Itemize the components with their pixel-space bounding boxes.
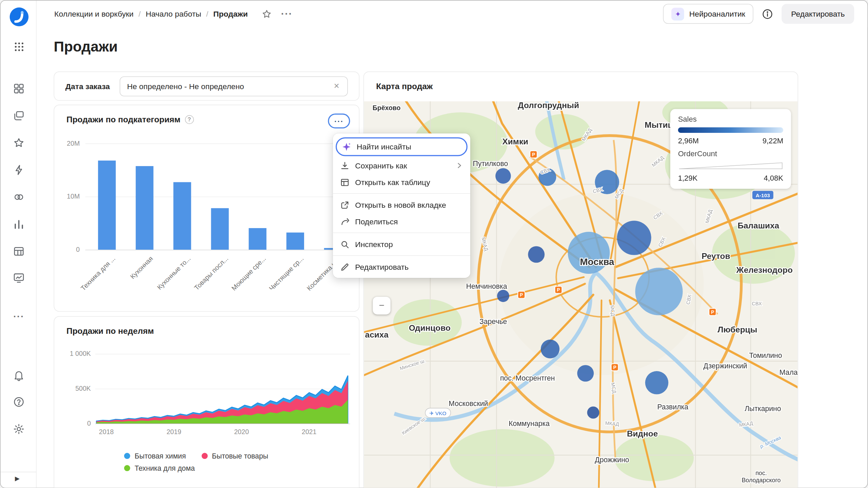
top-bar: Коллекции и воркбуки / Начало работы / П… xyxy=(37,1,867,27)
svg-text:Р: Р xyxy=(613,365,616,370)
legend-item[interactable]: Техника для дома xyxy=(124,464,195,472)
map-city-label: Одинцово xyxy=(409,323,451,332)
breadcrumb-more-icon[interactable]: ··· xyxy=(281,11,293,17)
sales-bubble[interactable] xyxy=(617,221,651,255)
sparkle-icon: ✦ xyxy=(672,7,685,20)
bar[interactable] xyxy=(287,232,304,250)
menu-item[interactable]: Инспектор xyxy=(333,236,470,252)
map-city-label: пос. Мосрентген xyxy=(500,374,555,382)
bar[interactable] xyxy=(249,228,267,250)
breadcrumb-current: Продажи xyxy=(213,9,248,18)
map-city-label: Развилка xyxy=(657,403,688,411)
menu-item[interactable]: Редактировать xyxy=(333,259,470,275)
date-range-input[interactable]: Не определено - Не определено ✕ xyxy=(120,76,348,96)
sales-bubble[interactable] xyxy=(587,406,599,419)
monitoring-icon[interactable] xyxy=(12,271,26,285)
ordercount-legend-label: OrderCount xyxy=(678,149,783,158)
map-city-label: Малахов xyxy=(780,368,798,376)
settings-icon[interactable] xyxy=(12,422,26,436)
menu-item[interactable]: Сохранить как xyxy=(333,157,470,174)
clear-filter-icon[interactable]: ✕ xyxy=(332,82,340,90)
breadcrumb-getting-started[interactable]: Начало работы xyxy=(146,9,201,18)
legend-dot xyxy=(201,453,208,459)
bar[interactable] xyxy=(136,166,153,250)
map-city-label: Видное xyxy=(627,429,658,438)
bar[interactable] xyxy=(98,161,116,250)
chevron-right-icon xyxy=(455,162,463,169)
datalens-logo-icon[interactable] xyxy=(9,7,29,27)
map-city-label: Люберцы xyxy=(717,325,757,334)
menu-item-label: Инспектор xyxy=(355,240,463,248)
menu-item[interactable]: Открыть в новой вкладке xyxy=(333,197,470,213)
dashboards-icon[interactable] xyxy=(12,81,26,96)
map-legend: Sales 2,96М 9,22М OrderCount 1,29K 4,08K xyxy=(670,109,791,189)
zoom-out-button[interactable]: − xyxy=(373,297,390,314)
map-city-label: Железнодоро xyxy=(736,265,793,274)
neuro-analyst-button[interactable]: ✦ Нейроаналитик xyxy=(663,4,753,24)
sales-bubble[interactable] xyxy=(497,290,509,302)
legend-item[interactable]: Бытовые товары xyxy=(201,452,268,460)
edit-button[interactable]: Редактировать xyxy=(782,4,854,24)
svg-text:✈ VKO: ✈ VKO xyxy=(430,410,447,416)
weekly-area-svg xyxy=(95,354,350,424)
bar[interactable] xyxy=(211,208,229,250)
download-icon xyxy=(340,161,350,170)
connections-icon[interactable] xyxy=(12,190,26,204)
info-icon[interactable] xyxy=(762,8,773,20)
sales-legend-label: Sales xyxy=(678,115,783,124)
neuro-analyst-label: Нейроаналитик xyxy=(689,9,745,18)
notifications-icon[interactable] xyxy=(12,368,26,382)
legend-item[interactable]: Бытовая химия xyxy=(124,452,186,460)
pencil-icon xyxy=(340,262,350,272)
menu-divider xyxy=(333,193,470,194)
map-city-label: Заречье xyxy=(479,318,507,326)
sales-map-title: Карта продаж xyxy=(376,81,433,91)
favorite-star-icon[interactable] xyxy=(262,8,272,19)
map-city-label: Реутов xyxy=(702,251,730,261)
y-tick: 0 xyxy=(62,420,91,427)
context-menu-items: Найти инсайтыСохранить какОткрыть как та… xyxy=(333,137,470,275)
road-label: МКАД xyxy=(605,420,619,427)
sparkle-icon xyxy=(342,142,351,151)
sales-bubble[interactable] xyxy=(528,246,545,263)
sales-bubble[interactable] xyxy=(568,232,610,274)
sidebar-more-icon[interactable]: ··· xyxy=(12,309,26,324)
sales-bubble[interactable] xyxy=(577,365,594,382)
map-city-label: Путилково xyxy=(473,160,508,168)
x-axis-line xyxy=(95,424,350,424)
bar[interactable] xyxy=(173,182,191,249)
menu-divider xyxy=(333,232,470,233)
map-city-label: Лыткарино xyxy=(745,405,781,413)
menu-item-label: Открыть как таблицу xyxy=(355,178,463,186)
sidebar: ··· ▶ xyxy=(1,1,37,488)
expand-sidebar-icon[interactable]: ▶ xyxy=(15,475,20,482)
collections-icon[interactable] xyxy=(12,108,26,123)
charts-icon[interactable] xyxy=(12,217,26,231)
help-icon[interactable] xyxy=(12,395,26,409)
breadcrumb: Коллекции и воркбуки / Начало работы / П… xyxy=(54,8,293,19)
app-window: ··· ▶ Коллекции и воркбуки / xyxy=(0,0,868,488)
shortcuts-icon[interactable] xyxy=(12,163,26,177)
menu-item[interactable]: Найти инсайты xyxy=(336,137,468,156)
menu-item[interactable]: Открыть как таблицу xyxy=(333,174,470,190)
legend-dot xyxy=(124,465,130,471)
sales-bubble[interactable] xyxy=(645,371,668,394)
sales-bubble[interactable] xyxy=(541,340,559,358)
size-wedge xyxy=(678,162,783,169)
x-tick: 2019 xyxy=(162,428,186,436)
tables-icon[interactable] xyxy=(12,244,26,258)
table-icon xyxy=(340,178,350,187)
highway-badge: А-103 xyxy=(752,191,773,199)
sales-bubble[interactable] xyxy=(495,168,511,184)
breadcrumb-collections[interactable]: Коллекции и воркбуки xyxy=(54,9,134,18)
menu-item[interactable]: Поделиться xyxy=(333,213,470,230)
map-city-label: Володарского xyxy=(742,477,781,484)
apps-grid-icon[interactable] xyxy=(12,39,26,54)
favorites-icon[interactable] xyxy=(12,136,26,150)
sales-bubble[interactable] xyxy=(635,268,683,315)
map-city-label: Дрожжино xyxy=(595,456,629,464)
share-icon xyxy=(340,217,350,226)
menu-item-label: Найти инсайты xyxy=(357,142,461,151)
transit-badge: Р xyxy=(555,286,562,293)
x-tick: 2020 xyxy=(229,428,254,436)
